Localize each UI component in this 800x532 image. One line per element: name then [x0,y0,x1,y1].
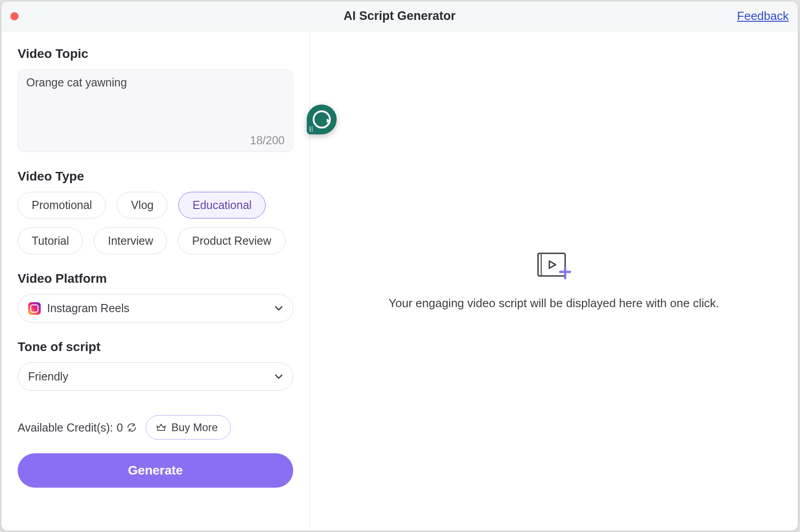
window-title: AI Script Generator [343,9,456,23]
buy-more-button[interactable]: Buy More [146,415,231,440]
tone-heading: Tone of script [18,340,293,354]
preview-placeholder-text: Your engaging video script will be displ… [389,296,719,310]
video-topic-textarea[interactable] [26,76,285,130]
video-type-vlog[interactable]: Vlog [117,192,167,218]
grammarly-badge[interactable] [307,104,337,134]
char-count: 18/200 [26,134,285,147]
feedback-link[interactable]: Feedback [737,9,789,23]
credits-value: 0 [117,421,123,434]
video-type-heading: Video Type [18,169,293,184]
generate-button[interactable]: Generate [18,453,293,488]
right-panel: Your engaging video script will be displ… [310,31,798,531]
video-topic-heading: Video Topic [18,47,293,61]
credits-label-text: Available Credit(s): [18,421,113,434]
credits-row: Available Credit(s): 0 Buy More [18,415,293,440]
title-bar: AI Script Generator Feedback [1,1,798,31]
video-topic-field-container: 18/200 [18,69,293,152]
drag-handle-icon [310,127,313,132]
script-preview-icon [537,252,571,280]
video-type-educational[interactable]: Educational [178,192,266,218]
grammarly-icon [313,110,331,128]
crown-icon [156,423,166,432]
left-panel: Video Topic 18/200 Video Type Promotiona… [1,31,310,531]
content-area: Video Topic 18/200 Video Type Promotiona… [1,31,798,531]
tone-dropdown[interactable]: Friendly [18,362,293,391]
chevron-down-icon [275,306,283,311]
video-platform-heading: Video Platform [18,271,293,286]
tone-value: Friendly [28,370,68,383]
video-type-interview[interactable]: Interview [94,228,167,254]
instagram-icon [28,302,41,315]
refresh-icon[interactable] [127,423,137,432]
video-type-promotional[interactable]: Promotional [18,192,106,218]
svg-rect-1 [541,253,542,276]
chevron-down-icon [275,374,283,380]
video-type-product-review[interactable]: Product Review [178,228,285,254]
credits-label: Available Credit(s): 0 [18,421,137,434]
video-platform-value: Instagram Reels [47,302,129,315]
close-window-button[interactable] [10,12,19,20]
video-type-options: Promotional Vlog Educational Tutorial In… [18,192,293,254]
video-type-tutorial[interactable]: Tutorial [18,228,83,254]
video-platform-dropdown[interactable]: Instagram Reels [18,294,293,323]
buy-more-label: Buy More [171,421,218,434]
app-window: AI Script Generator Feedback Video Topic… [1,1,798,531]
